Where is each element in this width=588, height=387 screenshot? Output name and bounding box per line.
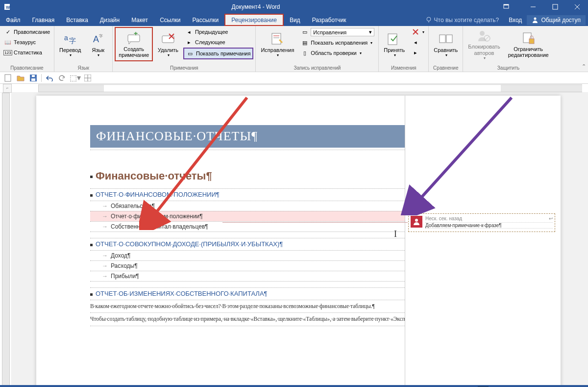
prev-change-button[interactable]: ◂ [410, 37, 426, 47]
reject-button[interactable]: ▾ [410, 27, 426, 37]
block-authors-button[interactable]: Блокировать авторов▾ [465, 27, 503, 61]
undo-button[interactable] [45, 73, 54, 83]
prev-comment-button[interactable]: ◂Предыдущее [183, 27, 253, 37]
open-button[interactable] [16, 73, 25, 83]
svg-rect-24 [388, 34, 397, 45]
tab-review[interactable]: Рецензирование [224, 14, 284, 26]
show-markup-button[interactable]: ▤Показать исправления▾ [299, 38, 376, 48]
next-comment-button[interactable]: ▸Следующее [183, 37, 253, 47]
share-icon [532, 17, 539, 24]
track-changes-button[interactable]: Исправления▾ [258, 27, 297, 61]
share-button[interactable]: Общий доступ [527, 15, 586, 25]
compare-button[interactable]: Сравнить▾ [431, 27, 461, 61]
restrict-editing-button[interactable]: Ограничить редактирование [505, 27, 552, 61]
tab-selector[interactable]: ⌐ [3, 84, 12, 93]
stats-label: Статистика [14, 50, 42, 55]
comment-delete-icon [160, 31, 176, 47]
reviewing-pane-button[interactable]: ▯Область проверки▾ [299, 48, 376, 58]
new-comment-button[interactable]: + Создать примечание [115, 27, 153, 61]
svg-rect-34 [5, 75, 11, 81]
svg-rect-33 [529, 39, 534, 44]
svg-text:+: + [134, 32, 138, 37]
tab-file[interactable]: Файл [0, 14, 26, 26]
thesaurus-button[interactable]: 📖Тезаурус [2, 37, 52, 47]
page: Неск. сек. назад↩ Добавляем·примечание·к… [36, 96, 561, 385]
group-tracking: Исправления▾ ▭Исправления▾ ▤Показать исп… [256, 26, 379, 72]
spelling-label: Правописание [14, 29, 50, 35]
svg-text:W: W [6, 5, 10, 10]
spellcheck-icon: ✓ [4, 28, 12, 36]
svg-rect-36 [31, 78, 35, 81]
display-icon: ▭ [301, 28, 309, 36]
next-label: Следующее [195, 39, 225, 45]
tab-design[interactable]: Дизайн [94, 14, 125, 26]
tell-me-search[interactable]: Что вы хотите сделать? [420, 17, 504, 24]
thesaurus-icon: 📖 [4, 38, 12, 46]
tab-insert[interactable]: Вставка [60, 14, 94, 26]
accept-label: Принять [384, 47, 405, 53]
show-comments-button[interactable]: ▭Показать примечания [183, 48, 253, 59]
group-protect: Блокировать авторов▾ Ограничить редактир… [463, 26, 553, 72]
redo-button[interactable] [57, 73, 67, 83]
sign-in-link[interactable]: Вход [504, 17, 527, 24]
block-label: Блокировать авторов [468, 44, 500, 55]
statistics-button[interactable]: 123Статистика [2, 48, 52, 57]
group-language: a字 Перевод▾ A字 Язык▾ Язык [54, 26, 113, 72]
stats-icon: 123 [4, 49, 12, 56]
group-proofing: ✓Правописание 📖Тезаурус 123Статистика Пр… [0, 26, 54, 72]
group-comments-label: Примечания [115, 64, 253, 72]
svg-rect-27 [440, 35, 445, 43]
spelling-button[interactable]: ✓Правописание [2, 27, 52, 37]
minimize-button[interactable] [522, 0, 544, 14]
compare-icon [438, 31, 454, 47]
accept-icon [387, 31, 402, 47]
track-icon [270, 31, 285, 47]
comment-text[interactable]: Добавляем·примечание·к·фразе¶ [425, 223, 553, 229]
quick-access-toolbar: ⬚▾ [0, 72, 588, 84]
delete-comment-button[interactable]: Удалить▾ [155, 27, 181, 61]
table-button[interactable] [83, 73, 93, 83]
reply-icon[interactable]: ↩ [549, 216, 553, 221]
vertical-ruler[interactable] [0, 93, 12, 385]
save-button[interactable] [28, 73, 38, 83]
document-area[interactable]: Неск. сек. назад↩ Добавляем·примечание·к… [12, 93, 588, 385]
svg-rect-37 [32, 75, 35, 77]
maximize-button[interactable] [544, 0, 566, 14]
window-title: Документ4 - Word [17, 3, 495, 10]
thesaurus-label: Тезаурус [14, 39, 36, 45]
tab-layout[interactable]: Макет [125, 14, 154, 26]
tab-mailings[interactable]: Рассылки [186, 14, 224, 26]
group-protect-label: Защитить [465, 64, 551, 72]
tab-developer[interactable]: Разработчик [306, 14, 352, 26]
title-bar: W Документ4 - Word [0, 0, 588, 14]
word-icon: W [0, 3, 17, 11]
translate-label: Перевод [59, 47, 81, 53]
ribbon-options-icon[interactable] [495, 0, 517, 14]
translate-button[interactable]: a字 Перевод▾ [56, 27, 84, 61]
new-comment-label: Создать примечание [119, 46, 149, 58]
svg-text:字: 字 [99, 34, 103, 38]
next-change-button[interactable]: ▸ [410, 48, 426, 57]
tab-references[interactable]: Ссылки [154, 14, 186, 26]
horizontal-ruler[interactable]: ⌐ [0, 84, 588, 93]
svg-point-9 [427, 17, 431, 21]
comment-connector [222, 222, 408, 223]
accept-button[interactable]: Принять▾ [381, 27, 408, 61]
display-value: Исправления [313, 29, 346, 35]
language-button[interactable]: A字 Язык▾ [86, 27, 110, 61]
display-for-review-dropdown[interactable]: ▭Исправления▾ [299, 27, 376, 37]
special-button[interactable]: ⬚▾ [70, 73, 80, 83]
prev-label: Предыдущее [195, 29, 228, 35]
svg-text:字: 字 [69, 37, 76, 45]
new-doc-button[interactable] [3, 73, 13, 83]
tab-view[interactable]: Вид [284, 14, 306, 26]
reject-icon [412, 28, 419, 36]
comment-balloon[interactable]: Неск. сек. назад↩ Добавляем·примечание·к… [408, 213, 555, 232]
collapse-ribbon-icon[interactable]: ⌃ [582, 63, 586, 70]
close-button[interactable] [566, 0, 588, 14]
svg-point-29 [480, 31, 485, 36]
track-label: Исправления [261, 47, 294, 53]
svg-line-31 [485, 36, 489, 40]
tab-home[interactable]: Главная [26, 14, 61, 26]
prev-icon: ◂ [185, 28, 193, 36]
